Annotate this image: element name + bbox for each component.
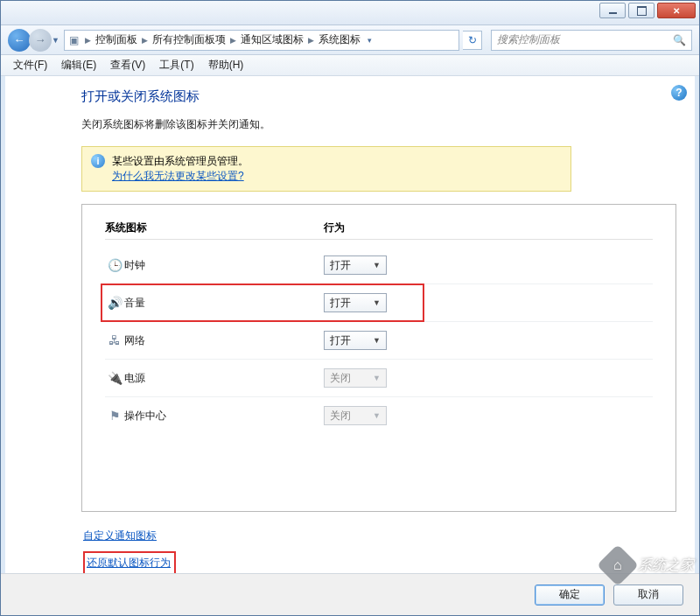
system-icon-row: 🕒时钟打开▼ [105, 247, 653, 284]
titlebar [1, 1, 699, 25]
cancel-button[interactable]: 取消 [613, 584, 683, 606]
system-icon-row: 🔌电源关闭▼ [105, 360, 653, 397]
chevron-right-icon: ▶ [82, 36, 94, 45]
ok-button[interactable]: 确定 [535, 584, 605, 606]
nav-forward-button[interactable]: → [29, 29, 52, 52]
watermark-logo-icon: ⌂ [597, 544, 639, 586]
action-center-icon: ⚑ [105, 409, 124, 423]
system-icon-row: ⚑操作中心关闭▼ [105, 397, 653, 434]
admin-notice-text: 某些设置由系统管理员管理。 [112, 154, 248, 169]
control-panel-icon: ▣ [65, 34, 82, 46]
system-icon-label: 音量 [124, 296, 324, 311]
breadcrumb-dropdown[interactable]: ▾ [362, 36, 376, 45]
network-icon: 🖧 [105, 333, 124, 347]
menu-help[interactable]: 帮助(H) [201, 55, 251, 75]
watermark: ⌂ 系统之家 [603, 550, 694, 580]
chevron-down-icon: ▼ [373, 374, 381, 382]
breadcrumb[interactable]: ▣ ▶ 控制面板 ▶ 所有控制面板项 ▶ 通知区域图标 ▶ 系统图标 ▾ [64, 30, 459, 51]
system-icon-label: 操作中心 [124, 409, 324, 424]
behavior-dropdown: 关闭▼ [324, 406, 387, 425]
chevron-down-icon: ▼ [373, 336, 381, 345]
behavior-dropdown[interactable]: 打开▼ [324, 293, 387, 312]
search-placeholder: 搜索控制面板 [497, 32, 560, 47]
close-button[interactable] [657, 3, 696, 18]
refresh-button[interactable]: ↻ [463, 31, 482, 50]
page-description: 关闭系统图标将删除该图标并关闭通知。 [81, 117, 687, 132]
column-header-behavior: 行为 [324, 220, 345, 235]
nav-back-button[interactable]: ← [8, 29, 31, 52]
search-icon[interactable]: 🔍 [673, 34, 686, 46]
chevron-down-icon: ▼ [373, 411, 381, 420]
system-icons-list: 系统图标 行为 🕒时钟打开▼🔊音量打开▼🖧网络打开▼🔌电源关闭▼⚑操作中心关闭▼ [81, 204, 676, 512]
breadcrumb-item[interactable]: 控制面板 [94, 32, 139, 47]
power-icon: 🔌 [105, 371, 124, 385]
chevron-down-icon: ▼ [373, 261, 381, 270]
behavior-dropdown: 关闭▼ [324, 368, 387, 388]
menu-tools[interactable]: 工具(T) [152, 55, 200, 75]
navbar: ← → ▼ ▣ ▶ 控制面板 ▶ 所有控制面板项 ▶ 通知区域图标 ▶ 系统图标… [1, 25, 699, 55]
breadcrumb-item[interactable]: 系统图标 [317, 32, 362, 47]
system-icon-label: 时钟 [124, 258, 324, 273]
chevron-down-icon: ▼ [373, 298, 381, 307]
system-icon-row: 🖧网络打开▼ [105, 322, 653, 360]
maximize-button[interactable] [628, 3, 654, 18]
menubar: 文件(F) 编辑(E) 查看(V) 工具(T) 帮助(H) [1, 55, 699, 76]
column-header-icon: 系统图标 [105, 220, 324, 235]
menu-file[interactable]: 文件(F) [6, 55, 54, 75]
breadcrumb-item[interactable]: 所有控制面板项 [150, 32, 228, 47]
watermark-text: 系统之家 [638, 556, 694, 575]
help-icon[interactable]: ? [671, 85, 687, 101]
chevron-right-icon: ▶ [228, 36, 239, 45]
nav-history-dropdown[interactable]: ▼ [52, 36, 60, 45]
restore-defaults-highlight: 还原默认图标行为 [83, 551, 176, 573]
customize-notifications-link[interactable]: 自定义通知图标 [83, 526, 687, 546]
chevron-right-icon: ▶ [139, 36, 150, 45]
page-title: 打开或关闭系统图标 [81, 88, 687, 105]
clock-icon: 🕒 [105, 258, 124, 272]
system-icon-row: 🔊音量打开▼ [105, 284, 653, 322]
system-icon-label: 电源 [124, 371, 324, 386]
search-input[interactable]: 搜索控制面板 🔍 [491, 30, 692, 51]
system-icon-label: 网络 [124, 333, 324, 348]
restore-defaults-link[interactable]: 还原默认图标行为 [87, 553, 171, 573]
minimize-button[interactable] [599, 3, 626, 18]
control-panel-window: ← → ▼ ▣ ▶ 控制面板 ▶ 所有控制面板项 ▶ 通知区域图标 ▶ 系统图标… [0, 0, 700, 616]
admin-notice: i 某些设置由系统管理员管理。 为什么我无法更改某些设置? [81, 146, 571, 192]
volume-icon: 🔊 [105, 296, 124, 310]
behavior-dropdown[interactable]: 打开▼ [324, 256, 387, 275]
chevron-right-icon: ▶ [305, 36, 317, 45]
content-area: ? 打开或关闭系统图标 关闭系统图标将删除该图标并关闭通知。 i 某些设置由系统… [1, 76, 699, 573]
menu-edit[interactable]: 编辑(E) [54, 55, 103, 75]
behavior-dropdown[interactable]: 打开▼ [324, 331, 387, 350]
info-icon: i [91, 154, 105, 168]
menu-view[interactable]: 查看(V) [103, 55, 152, 75]
breadcrumb-item[interactable]: 通知区域图标 [239, 32, 305, 47]
footer: 确定 取消 [1, 573, 699, 615]
admin-notice-link[interactable]: 为什么我无法更改某些设置? [112, 170, 244, 182]
